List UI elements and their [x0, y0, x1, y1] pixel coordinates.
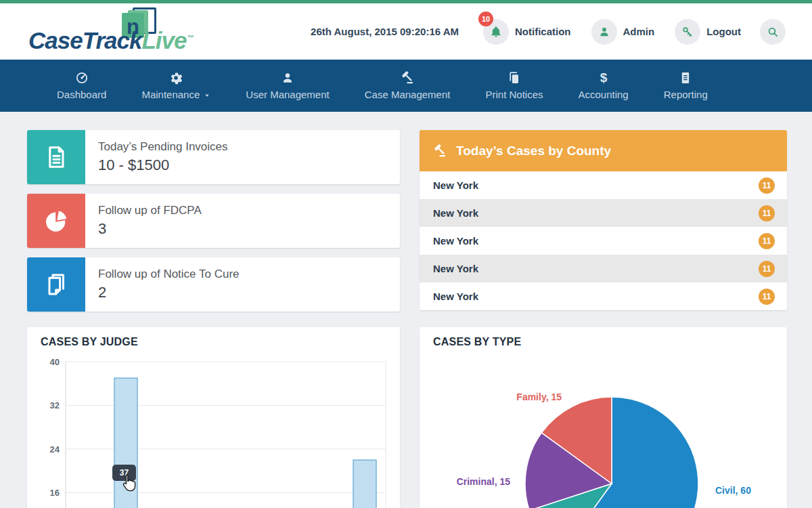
- nav-item-dashboard[interactable]: Dashboard: [57, 60, 106, 112]
- main-nav: DashboardMaintenanceUser ManagementCase …: [0, 60, 812, 112]
- bar-judge-0[interactable]: [114, 378, 137, 508]
- svg-text:$: $: [600, 71, 607, 85]
- header-actions: 26th August, 2015 09:20:16 AM 10 Notific…: [311, 19, 786, 45]
- pie-chart-title: CASES BY TYPE: [433, 336, 521, 348]
- report-icon: [679, 71, 692, 85]
- county-row[interactable]: New York11: [420, 171, 787, 199]
- admin-label: Admin: [623, 26, 655, 37]
- county-rows: New York11New York11New York11New York11…: [420, 171, 787, 310]
- stat-card-value: 2: [98, 284, 240, 301]
- pie-data-label-criminal: Criminal, 15: [457, 476, 511, 487]
- dashboard-page: n CaseTrackLive™ 26th August, 2015 09:20…: [0, 0, 812, 508]
- nav-item-label: Reporting: [664, 89, 708, 100]
- notification-icon-circle: 10: [483, 19, 509, 45]
- nav-item-reporting[interactable]: Reporting: [664, 60, 708, 112]
- chart-tooltip: 37: [112, 465, 136, 481]
- county-name: New York: [433, 179, 478, 191]
- user-icon: [598, 26, 610, 38]
- county-panel-title: Today’s Cases by County: [456, 144, 611, 158]
- brand-word-2: Live: [141, 27, 186, 54]
- nav-item-label: User Management: [246, 89, 329, 100]
- pie-chart: Civil, 60Criminal, 15Family, 15: [420, 327, 787, 508]
- copy-card-icon: [43, 271, 70, 298]
- county-panel-header: Today’s Cases by County: [420, 130, 787, 171]
- county-name: New York: [433, 207, 478, 219]
- stat-card-icon-box: [27, 257, 85, 312]
- county-count-badge: 11: [759, 205, 775, 221]
- nav-item-print-notices[interactable]: Print Notices: [485, 60, 543, 112]
- y-axis-tick-label: 24: [50, 444, 60, 454]
- right-column: Today’s Cases by County New York11New Yo…: [420, 130, 787, 310]
- brand-word-1: CaseTrack: [28, 27, 141, 54]
- brand-logo[interactable]: n CaseTrackLive™: [28, 6, 193, 58]
- admin-menu[interactable]: Admin: [591, 19, 655, 45]
- cases-by-judge-panel: CASES BY JUDGE 37 40322416: [27, 327, 400, 508]
- stat-card-value: 10 - $1500: [98, 156, 228, 174]
- stat-card-body: Follow up of Notice To Cure2: [85, 257, 240, 312]
- county-name: New York: [433, 235, 478, 247]
- stat-card-icon-box: [27, 130, 85, 184]
- bar-judge-1[interactable]: [353, 460, 376, 508]
- pie-icon: [43, 207, 70, 234]
- app-header: n CaseTrackLive™ 26th August, 2015 09:20…: [0, 3, 812, 60]
- county-row[interactable]: New York11: [420, 282, 787, 310]
- nav-item-maintenance[interactable]: Maintenance: [141, 60, 210, 112]
- search-icon: [767, 26, 779, 38]
- county-row[interactable]: New York11: [420, 227, 787, 255]
- county-count-badge: 11: [759, 177, 775, 194]
- left-column: Today’s Pending Invoices10 - $1500Follow…: [27, 130, 400, 321]
- nav-item-accounting[interactable]: $Accounting: [578, 60, 628, 112]
- logout-label: Logout: [706, 26, 741, 37]
- stat-cards: Today’s Pending Invoices10 - $1500Follow…: [27, 130, 400, 312]
- stat-card-follow-up-of-notice-to-cure[interactable]: Follow up of Notice To Cure2: [27, 257, 400, 312]
- county-name: New York: [433, 263, 478, 274]
- notification-button[interactable]: 10 Notification: [483, 19, 571, 45]
- nav-item-label: Print Notices: [485, 89, 543, 100]
- trademark-symbol: ™: [187, 34, 193, 41]
- stat-card-title: Today’s Pending Invoices: [98, 140, 228, 154]
- invoice-icon: [43, 144, 70, 171]
- county-count-badge: 11: [759, 233, 775, 249]
- stat-card-title: Follow up of Notice To Cure: [98, 268, 240, 281]
- gear-icon: [169, 71, 183, 85]
- admin-icon-circle: [591, 19, 617, 45]
- cases-by-type-panel: CASES BY TYPE Civil, 60Criminal, 15Famil…: [420, 327, 787, 508]
- user-icon: [281, 71, 294, 85]
- y-axis-tick-label: 32: [50, 400, 60, 410]
- stat-card-follow-up-of-fdcpa[interactable]: Follow up of FDCPA3: [27, 194, 400, 248]
- logout-button[interactable]: Logout: [675, 19, 741, 45]
- stat-card-body: Today’s Pending Invoices10 - $1500: [85, 130, 228, 184]
- bar-chart-title: CASES BY JUDGE: [41, 336, 138, 348]
- gavel-icon: [433, 144, 447, 158]
- stat-card-body: Follow up of FDCPA3: [85, 194, 202, 248]
- bell-icon: [490, 26, 502, 38]
- key-icon: [681, 26, 694, 38]
- datetime-display: 26th August, 2015 09:20:16 AM: [311, 26, 459, 37]
- nav-list: DashboardMaintenanceUser ManagementCase …: [0, 60, 812, 112]
- stat-card-title: Follow up of FDCPA: [98, 204, 202, 217]
- pie-data-label-family: Family, 15: [516, 391, 562, 402]
- search-button[interactable]: [760, 19, 786, 45]
- nav-item-label: Accounting: [578, 89, 628, 100]
- stat-card-today-s-pending-invoices[interactable]: Today’s Pending Invoices10 - $1500: [27, 130, 400, 184]
- notification-label: Notification: [515, 26, 571, 37]
- nav-item-user-management[interactable]: User Management: [246, 60, 329, 112]
- cases-by-county-panel: Today’s Cases by County New York11New Yo…: [420, 130, 787, 310]
- nav-item-label: Maintenance: [141, 89, 200, 100]
- nav-item-label: Case Management: [365, 89, 451, 100]
- county-count-badge: 11: [759, 289, 775, 305]
- nav-item-case-management[interactable]: Case Management: [365, 60, 451, 112]
- county-row[interactable]: New York11: [420, 255, 787, 282]
- pie-data-label-civil: Civil, 60: [715, 485, 751, 496]
- dollar-icon: $: [597, 71, 610, 85]
- copy-icon: [508, 71, 521, 85]
- notification-badge: 10: [478, 12, 493, 26]
- county-name: New York: [433, 291, 478, 302]
- logout-icon-circle: [675, 19, 700, 45]
- y-axis-tick-label: 16: [50, 488, 60, 498]
- gavel-icon: [401, 71, 414, 85]
- y-axis-tick-label: 40: [50, 357, 60, 367]
- brand-name: CaseTrackLive™: [28, 28, 193, 52]
- nav-item-label: Dashboard: [57, 89, 106, 100]
- county-row[interactable]: New York11: [420, 199, 787, 227]
